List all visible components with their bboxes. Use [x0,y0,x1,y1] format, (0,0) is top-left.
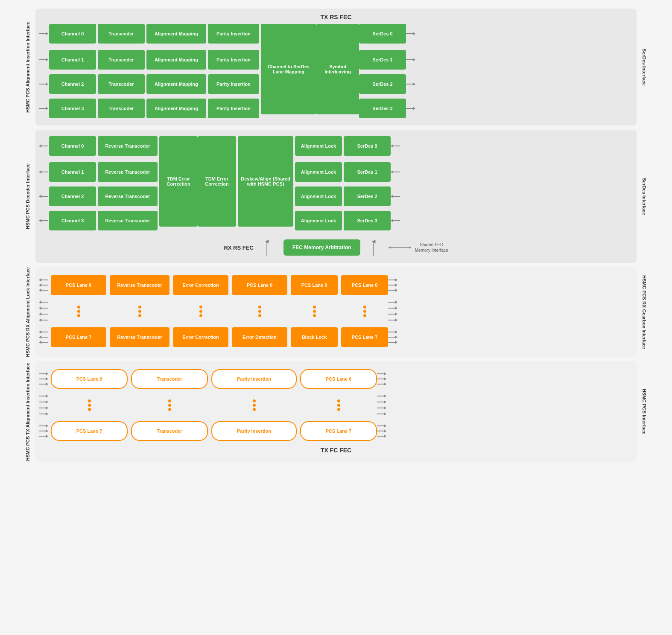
rx-rs-right-label: SerDes Interface [637,130,652,263]
pcs-tx-lane-0-left: PCS Lane 0 [51,369,128,389]
arrow-in-2 [39,82,49,86]
rx-rs-left-label-text: HSMC PCS Decoder Interface [25,163,30,229]
rx-alignment-lock-0: Alignment Lock [295,136,342,156]
pcs-tx-left-label-text: HSMC PCS TX Alignment Insertion Interfac… [25,363,30,461]
serdes-2: SerDes 2 [359,74,406,94]
transcoder-2: Transcoder [98,74,145,94]
parity-2: Parity Insertion [208,74,259,94]
pcs-rx-lane0-row: PCS Lane 0 Reverse Transcoder Error Corr… [39,274,633,297]
rx-arrow-out-0 [391,144,401,148]
transcoder-1: Transcoder [98,50,145,70]
fec-arrow-up-1 [260,239,273,256]
pcs-rx-right-label: HSMC PCS RX Gearbox Interface [637,267,652,357]
rx-rs-fec-label: RX RS FEC [224,245,253,251]
pcs-lane-7-right: PCS Lane 7 [341,327,388,347]
pcs-tx-right-label-text: HSMC PCS Interface [642,389,647,434]
pcs-tx-left-label: HSMC PCS TX Alignment Insertion Interfac… [20,361,35,462]
fec-arrows-left [260,239,273,256]
rx-serdes-2: SerDes 2 [344,186,391,206]
pcs-rx-left-label-text: HSMC PCS RX Alignment Lock Interface [25,267,30,357]
pcs-tx-dots-col-3 [211,398,297,413]
dot [138,310,141,313]
tdm-error-correction-2: TDM Error Correction [198,136,236,227]
dot [337,399,340,402]
dots-col-5 [291,304,338,319]
dot [138,306,141,309]
fec-memory-arbitration: FEC Memory Arbitration [283,239,360,256]
deskew-align: Deskew/Align (Shared with HSMC PCS) [238,136,293,227]
main-diagram: HSMC PCS Alignment Insertion Interface T… [20,9,652,466]
pcs-tx-dots-col-2 [131,398,208,413]
channel-1: Channel 1 [49,50,96,70]
tx-rs-left-label-text: HSMC PCS Alignment Insertion Interface [25,22,30,113]
rx-rs-fec-panel: Channel 0 Reverse Transcoder TDM Error C… [35,130,637,263]
dot [313,306,316,309]
dot [337,404,340,407]
shared-fed-arrow [387,244,412,251]
pcs-tx-arrow-in-7 [39,424,51,438]
dot [253,404,256,407]
rx-row-2: Channel 2 Reverse Transcoder Alignment L… [39,185,633,208]
dots-right-arrows [388,300,400,322]
rx-rev-transcoder-2: Reverse Transcoder [98,186,158,206]
rx-serdes-0: SerDes 0 [344,136,391,156]
pcs-tx-right-label: HSMC PCS Interface [637,361,652,462]
arrow-in-3 [39,106,49,111]
dot [337,408,340,411]
rx-row-1: Channel 1 Reverse Transcoder Alignment L… [39,160,633,184]
dot [88,408,91,411]
channel-0: Channel 0 [49,24,96,44]
dot [199,310,202,313]
pcs-tx-lane-7-left: PCS Lane 7 [51,421,128,441]
dot [258,314,261,317]
dot [199,314,202,317]
rx-arrow-out-2 [391,194,401,198]
pcs-rx-left-label: HSMC PCS RX Alignment Lock Interface [20,267,35,357]
tx-fc-fec-title: TX FC FEC [39,447,633,454]
pcs-rx-wrapper: HSMC PCS RX Alignment Lock Interface PCS… [20,267,652,357]
arrow-out-2 [406,82,416,86]
dot [258,306,261,309]
dots-col-2 [110,304,169,319]
dot [168,399,171,402]
rx-arrow-out-3 [391,218,401,223]
channel-serdes-mapping: Channel to SerDes Lane Mapping [261,24,316,114]
dot [77,306,80,309]
pcs-tx-dots-col-1 [51,398,128,413]
pcs-rx-arrow-out-0 [388,278,400,292]
arrow-out-3 [406,106,416,111]
pcs-tx-parity-0: Parity Insertion [211,369,297,389]
parity-1: Parity Insertion [208,50,259,70]
alignment-1: Alignment Mapping [146,50,206,70]
pcs-rx-arrow-in-7 [39,330,51,344]
dot [88,399,91,402]
pcs-tx-lane-7-right: PCS Lane 7 [300,421,377,441]
pcs-lane-7-left: PCS Lane 7 [51,327,106,347]
dot [88,404,91,407]
rx-arrow-in-0 [39,144,49,148]
dot [253,408,256,411]
dot [138,314,141,317]
shared-fed-area: Shared FEDMemory Interface [387,242,448,253]
dots-col-3 [173,304,228,319]
pcs-rx-arrow-in-0 [39,278,51,292]
pcs-rx-dots-row [39,298,633,324]
pcs-error-correction-7: Error Correction [173,327,228,347]
parity-0: Parity Insertion [208,24,259,44]
pcs-tx-transcoder-7: Transcoder [131,421,208,441]
rx-channel-0: Channel 0 [49,136,96,156]
rx-row-0: Channel 0 Reverse Transcoder TDM Error C… [39,136,633,159]
pcs-tx-dots-right-arrows [377,394,389,416]
rx-channel-2: Channel 2 [49,186,96,206]
pcs-rx-arrow-out-7 [388,330,400,344]
shared-fed-label: Shared FEDMemory Interface [415,242,448,253]
dots-col-6 [341,304,388,319]
channel-2: Channel 2 [49,74,96,94]
tx-rs-fec-title: TX RS FEC [39,14,633,20]
dots-left-arrows [39,300,51,322]
rx-arrow-in-2 [39,194,49,198]
tx-rs-right-label: SerDes Interface [637,9,652,125]
arrow-out-1 [406,58,416,62]
fec-arrows-right [367,239,380,256]
pcs-error-correction-0: Error Correction [173,275,228,295]
